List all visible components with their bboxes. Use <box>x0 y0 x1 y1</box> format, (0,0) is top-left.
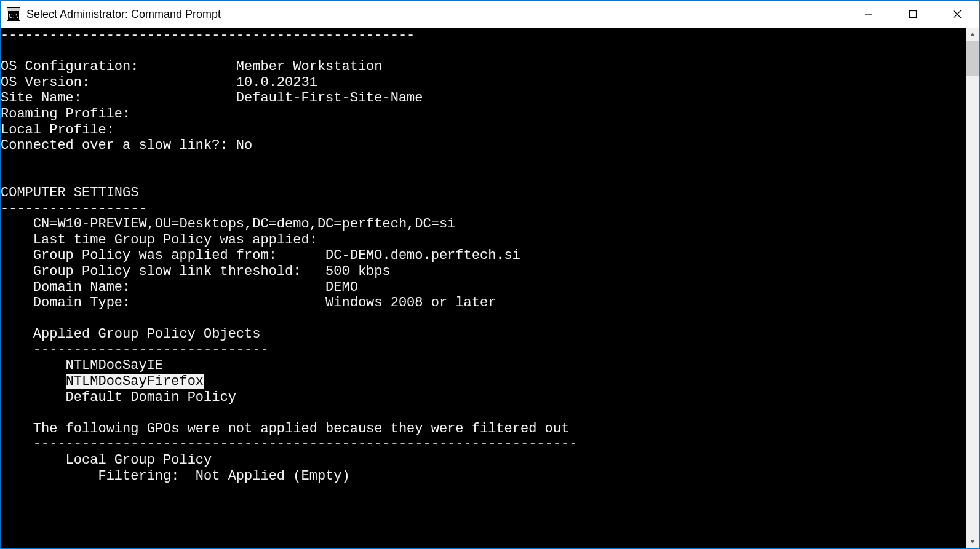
vertical-scrollbar[interactable] <box>966 28 979 548</box>
svg-marker-10 <box>970 540 975 543</box>
scroll-down-arrow-icon[interactable] <box>966 535 979 548</box>
selected-text[interactable]: NTLMDocSayFirefox <box>66 374 204 389</box>
titlebar[interactable]: C:\ Select Administrator: Command Prompt <box>1 1 979 28</box>
scroll-up-arrow-icon[interactable] <box>966 28 979 41</box>
window-controls <box>847 1 979 28</box>
command-prompt-window: C:\ Select Administrator: Command Prompt… <box>0 0 980 549</box>
svg-rect-6 <box>910 11 917 18</box>
window-title: Select Administrator: Command Prompt <box>26 8 847 21</box>
svg-text:C:\: C:\ <box>9 13 18 19</box>
client-area: ----------------------------------------… <box>1 28 979 548</box>
close-button[interactable] <box>935 1 979 28</box>
terminal-output[interactable]: ----------------------------------------… <box>1 28 966 548</box>
cmd-icon: C:\ <box>7 7 20 21</box>
svg-marker-9 <box>970 33 975 36</box>
svg-rect-2 <box>7 8 20 11</box>
minimize-button[interactable] <box>847 1 891 28</box>
maximize-button[interactable] <box>891 1 935 28</box>
scroll-thumb[interactable] <box>966 41 979 76</box>
